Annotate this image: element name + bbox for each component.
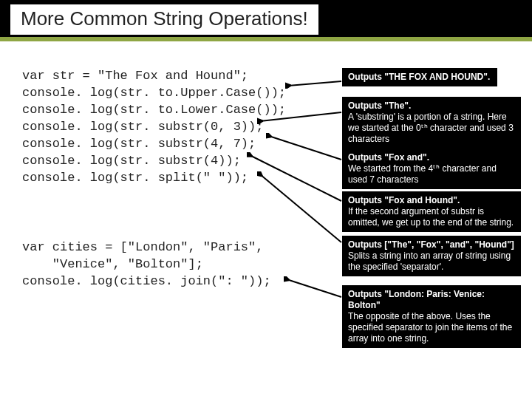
annotation-head: Outputs "THE FOX AND HOUND". <box>348 72 491 83</box>
annotation-body: A 'substring' is a portion of a string. … <box>348 112 515 145</box>
annotation-substr03: Outputs "The". A 'substring' is a portio… <box>342 97 521 149</box>
slide-content: var str = "The Fox and Hound"; console. … <box>0 41 532 399</box>
arrow-icon <box>284 276 344 300</box>
svg-line-5 <box>287 279 341 297</box>
svg-line-0 <box>288 81 341 86</box>
annotation-head: Outputs ["The", "Fox", "and", "Hound"] <box>348 239 515 250</box>
annotation-uppercase: Outputs "THE FOX AND HOUND". <box>342 68 497 86</box>
annotation-substr4: Outputs "Fox and Hound". If the second a… <box>342 191 521 232</box>
annotation-head: Outputs "The". <box>348 100 515 112</box>
annotation-substr47: Outputs "Fox and". We started from the 4… <box>342 149 521 189</box>
annotation-body: Splits a string into an array of string … <box>348 250 515 273</box>
arrow-icon <box>257 171 344 245</box>
annotation-body: The opposite of the above. Uses the spec… <box>348 311 515 344</box>
title-bar: More Common String Operations! <box>0 0 532 41</box>
annotation-body: If the second argument of substr is omit… <box>348 206 515 228</box>
arrow-icon <box>257 109 344 124</box>
slide-title: More Common String Operations! <box>10 4 318 35</box>
annotation-body: We started from the 4ᵗʰ character and us… <box>348 163 515 185</box>
arrow-icon <box>285 74 344 89</box>
svg-line-4 <box>260 174 341 242</box>
annotation-head: Outputs "Fox and Hound". <box>348 195 515 206</box>
annotation-head: Outputs "London: Paris: Venice: Bolton" <box>348 289 515 311</box>
annotation-head: Outputs "Fox and". <box>348 152 515 163</box>
annotation-split: Outputs ["The", "Fox", "and", "Hound"] S… <box>342 236 521 276</box>
code-block-2: var cities = ["London", "Paris", "Venice… <box>22 239 271 290</box>
svg-line-1 <box>260 112 341 121</box>
annotation-join: Outputs "London: Paris: Venice: Bolton" … <box>342 285 521 348</box>
